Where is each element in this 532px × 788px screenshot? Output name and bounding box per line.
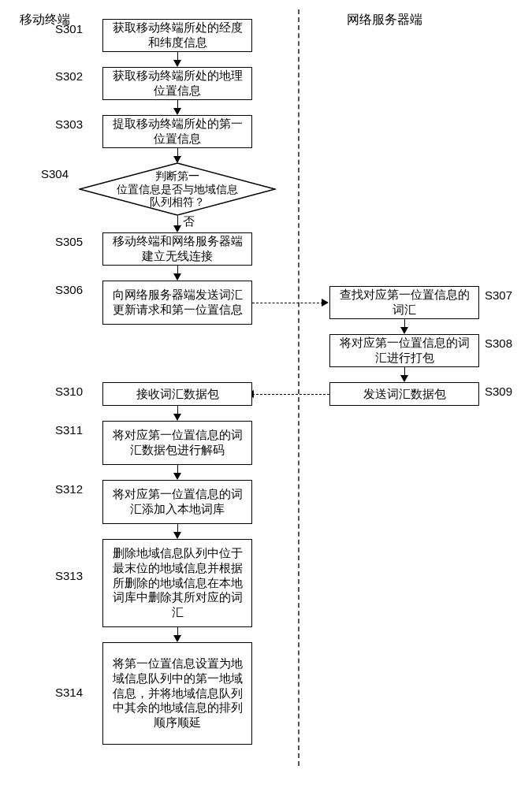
arrowhead-down — [173, 225, 181, 232]
arrowhead-down — [173, 532, 181, 539]
arrowhead-down — [173, 414, 181, 421]
connector-dashed — [252, 303, 323, 303]
step-text: 获取移动终端所处的地理位置信息 — [110, 69, 245, 98]
decision-no-label: 否 — [183, 214, 195, 229]
arrowhead-right — [322, 299, 329, 307]
step-id-s308: S308 — [485, 336, 512, 350]
arrowhead-down — [173, 635, 181, 642]
step-s313: 删除地域信息队列中位于最末位的地域信息并根据所删除的地域信息在本地词库中删除其所… — [102, 539, 252, 627]
step-s301: 获取移动终端所处的经度和纬度信息 — [102, 19, 252, 52]
step-s307: 查找对应第一位置信息的词汇 — [329, 286, 479, 319]
step-s312: 将对应第一位置信息的词汇添加入本地词库 — [102, 480, 252, 524]
step-text: 移动终端和网络服务器端建立无线连接 — [110, 234, 245, 264]
step-id-s311: S311 — [55, 423, 83, 437]
step-s306: 向网络服务器端发送词汇更新请求和第一位置信息 — [102, 281, 252, 325]
step-id-s313: S313 — [55, 569, 83, 582]
flowchart-canvas: 移动终端 网络服务器端 S301 获取移动终端所处的经度和纬度信息 S302 获… — [8, 8, 524, 768]
step-id-s314: S314 — [55, 686, 83, 699]
step-id-s301: S301 — [55, 22, 83, 35]
step-id-s304: S304 — [41, 167, 69, 180]
step-text: 接收词汇数据包 — [136, 387, 219, 402]
arrowhead-down — [173, 108, 181, 115]
step-id-s312: S312 — [55, 482, 83, 496]
step-s308: 将对应第一位置信息的词汇进行打包 — [329, 334, 479, 367]
step-text: 提取移动终端所处的第一位置信息 — [110, 117, 245, 147]
step-s309: 发送词汇数据包 — [329, 382, 479, 406]
step-s305: 移动终端和网络服务器端建立无线连接 — [102, 232, 252, 266]
step-text: 获取移动终端所处的经度和纬度信息 — [110, 20, 245, 50]
step-id-s302: S302 — [55, 69, 83, 83]
arrowhead-down — [173, 473, 181, 480]
connector-dashed — [252, 394, 329, 395]
step-s303: 提取移动终端所处的第一位置信息 — [102, 115, 252, 148]
arrowhead-down — [400, 327, 408, 334]
step-id-s307: S307 — [485, 288, 512, 302]
decision-text: 判断第一 位置信息是否与地域信息 队列相符？ — [117, 169, 238, 209]
step-text: 将对应第一位置信息的词汇添加入本地词库 — [110, 487, 245, 517]
step-s310: 接收词汇数据包 — [102, 382, 252, 406]
step-text: 向网络服务器端发送词汇更新请求和第一位置信息 — [110, 288, 245, 318]
step-s314: 将第一位置信息设置为地域信息队列中的第一地域信息，并将地域信息队列中其余的地域信… — [102, 642, 252, 745]
arrowhead-down — [173, 273, 181, 281]
lane-divider — [298, 9, 299, 766]
arrowhead-down — [173, 60, 181, 67]
step-id-s303: S303 — [55, 117, 83, 131]
step-text: 查找对应第一位置信息的词汇 — [337, 288, 472, 318]
header-network-server: 网络服务器端 — [347, 12, 422, 28]
step-text: 将第一位置信息设置为地域信息队列中的第一地域信息，并将地域信息队列中其余的地域信… — [110, 656, 245, 730]
step-s302: 获取移动终端所处的地理位置信息 — [102, 67, 252, 100]
arrowhead-down — [400, 375, 408, 382]
step-id-s306: S306 — [55, 283, 83, 296]
step-id-s309: S309 — [485, 385, 512, 398]
decision-s304: 判断第一 位置信息是否与地域信息 队列相符？ — [79, 162, 276, 216]
step-text: 删除地域信息队列中位于最末位的地域信息并根据所删除的地域信息在本地词库中删除其所… — [110, 546, 245, 620]
step-id-s310: S310 — [55, 385, 83, 398]
step-text: 将对应第一位置信息的词汇数据包进行解码 — [110, 428, 245, 458]
step-text: 发送词汇数据包 — [363, 387, 446, 402]
step-text: 将对应第一位置信息的词汇进行打包 — [337, 336, 472, 366]
step-id-s305: S305 — [55, 235, 83, 248]
step-s311: 将对应第一位置信息的词汇数据包进行解码 — [102, 421, 252, 465]
